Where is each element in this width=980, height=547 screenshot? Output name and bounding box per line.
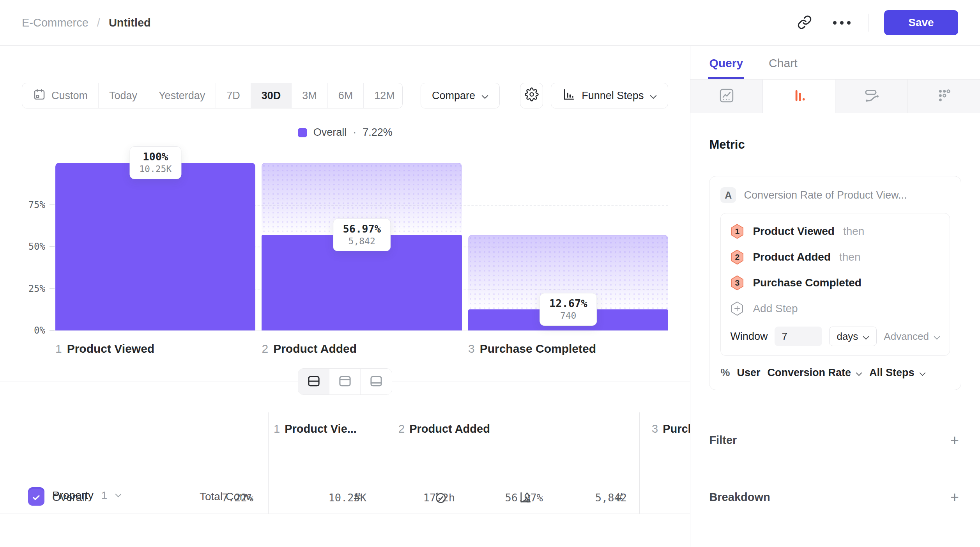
cell-step3-time: 1.9D	[643, 492, 690, 504]
y-tick-label: 25%	[28, 283, 45, 294]
results-table: 1 Product Vie... 2 Product Added 3 Purch…	[0, 412, 690, 514]
gear-icon	[525, 87, 539, 104]
funnel-steps-card: 1 Product Viewed then 2 Product Added th…	[720, 213, 950, 356]
tooltip-count: 5,842	[343, 236, 381, 246]
date-range-control: Custom Today Yesterday 7D 30D 3M 6M 12M …	[22, 83, 403, 108]
add-filter-button[interactable]: +	[948, 432, 961, 448]
save-button[interactable]: Save	[884, 10, 958, 35]
measure-entity[interactable]: User	[737, 367, 760, 379]
y-tickmark	[50, 330, 55, 331]
query-step-1[interactable]: 1 Product Viewed then	[730, 224, 940, 239]
table-row-overall[interactable]: Overall 7.22% 10.25K 17.2h 56.97% 5,842 …	[0, 482, 690, 513]
cell-step1-count: 10.25K	[269, 492, 366, 504]
table-group-header-step-3: 3 Purchase Completed	[652, 423, 690, 435]
x-label-step-2: 2 Product Added	[262, 342, 462, 355]
chevron-down-icon	[650, 90, 657, 102]
compare-button[interactable]: Compare	[421, 83, 500, 108]
funnel-bar-step-1[interactable]: 100% 10.25K	[55, 163, 255, 330]
chart-type-line[interactable]	[690, 80, 763, 113]
retention-dots-icon	[936, 87, 953, 106]
metric-title-row[interactable]: A Conversion Rate of Product View...	[720, 187, 950, 203]
chart-type-retention[interactable]	[908, 80, 980, 113]
view-table-only-button[interactable]	[361, 369, 392, 394]
tab-query[interactable]: Query	[709, 57, 743, 79]
breadcrumb: E-Commerce / Untitled	[22, 16, 151, 29]
cell-step2-time: 17.2h	[392, 492, 455, 504]
add-step-button[interactable]: Add Step	[730, 301, 940, 316]
date-range-6m[interactable]: 6M	[328, 83, 364, 108]
y-axis: 75% 50% 25% 0%	[22, 163, 55, 330]
date-range-custom-label: Custom	[51, 90, 88, 102]
tooltip-percent: 100%	[139, 151, 172, 163]
breadcrumb-current-title[interactable]: Untitled	[109, 16, 151, 29]
funnel-bar-step-2[interactable]: 56.97% 5,842	[262, 163, 462, 330]
layout-toggle	[298, 368, 392, 395]
funnel-bar-step-3[interactable]: 12.67% 740	[468, 163, 668, 330]
main-area: Custom Today Yesterday 7D 30D 3M 6M 12M …	[0, 46, 980, 547]
row-checkbox[interactable]	[28, 489, 44, 506]
y-tickmark	[50, 246, 55, 247]
metric-title: Conversion Rate of Product View...	[744, 189, 907, 201]
filter-label: Filter	[709, 434, 737, 447]
tab-chart[interactable]: Chart	[769, 57, 797, 79]
top-panel-view-icon	[338, 375, 352, 389]
date-range-30d[interactable]: 30D	[251, 83, 292, 108]
bar-value-tooltip: 56.97% 5,842	[333, 218, 391, 251]
filter-section: Filter +	[709, 432, 961, 448]
y-tickmark	[50, 204, 55, 205]
y-tick-label: 0%	[34, 325, 45, 336]
date-range-3m[interactable]: 3M	[292, 83, 328, 108]
step-number-badge: 2	[730, 249, 744, 265]
legend-series-name: Overall	[313, 126, 347, 139]
legend-swatch	[298, 128, 307, 137]
tooltip-percent: 12.67%	[549, 297, 587, 309]
window-unit-select[interactable]: days	[829, 327, 877, 346]
report-pane: Custom Today Yesterday 7D 30D 3M 6M 12M …	[0, 46, 690, 547]
date-range-7d[interactable]: 7D	[216, 83, 251, 108]
funnel-solid-step-1	[55, 163, 255, 330]
x-label-step-1: 1 Product Viewed	[55, 342, 255, 355]
measure-scope-select[interactable]: All Steps	[869, 367, 926, 379]
funnel-bars: 100% 10.25K 56.97% 5,842	[55, 163, 668, 330]
view-chart-only-button[interactable]	[329, 369, 361, 394]
cell-step2-rate: 56.97%	[460, 492, 543, 504]
split-view-icon	[307, 375, 321, 389]
breadcrumb-parent[interactable]: E-Commerce	[22, 16, 88, 29]
view-split-button[interactable]	[298, 369, 329, 394]
chart-settings-button[interactable]	[520, 83, 543, 108]
chart-type-flow[interactable]	[835, 80, 908, 113]
date-range-today[interactable]: Today	[99, 83, 148, 108]
header-actions: Save	[794, 10, 958, 35]
legend-series-value: 7.22%	[363, 126, 393, 139]
date-range-yesterday[interactable]: Yesterday	[148, 83, 216, 108]
table-group-header-step-2: 2 Product Added	[398, 423, 490, 435]
chart-type-funnel[interactable]	[763, 80, 835, 113]
query-step-3[interactable]: 3 Purchase Completed	[730, 275, 940, 291]
y-tick-label: 75%	[28, 199, 45, 210]
date-range-12m[interactable]: 12M	[364, 83, 403, 108]
table-group-header-step-1: 1 Product Vie...	[274, 423, 357, 435]
more-menu-button[interactable]	[830, 18, 854, 28]
metric-badge: A	[720, 187, 736, 203]
advanced-toggle[interactable]: Advanced	[884, 330, 940, 343]
cell-step2-count: 5,842	[546, 492, 627, 504]
chart-legend[interactable]: Overall · 7.22%	[0, 126, 690, 139]
y-tick-label: 50%	[28, 241, 45, 252]
add-breakdown-button[interactable]: +	[948, 489, 961, 505]
x-axis-labels: 1 Product Viewed 2 Product Added 3 Purch…	[55, 342, 668, 355]
link-icon	[797, 15, 812, 31]
tooltip-percent: 56.97%	[343, 223, 381, 235]
plot-area: 100% 10.25K 56.97% 5,842	[55, 163, 668, 330]
percent-symbol: %	[720, 367, 730, 379]
window-value-input[interactable]	[775, 327, 822, 346]
query-step-2[interactable]: 2 Product Added then	[730, 249, 940, 265]
breakdown-section: Breakdown +	[709, 489, 961, 505]
bar-value-tooltip: 100% 10.25K	[129, 146, 181, 179]
chevron-down-icon	[934, 330, 940, 343]
table-row-divider	[0, 513, 690, 513]
measure-metric-select[interactable]: Conversion Rate	[767, 367, 862, 379]
chart-view-selector-button[interactable]: Funnel Steps	[551, 83, 668, 108]
window-label: Window	[730, 330, 768, 343]
date-range-custom[interactable]: Custom	[22, 83, 99, 108]
share-link-button[interactable]	[794, 12, 815, 34]
